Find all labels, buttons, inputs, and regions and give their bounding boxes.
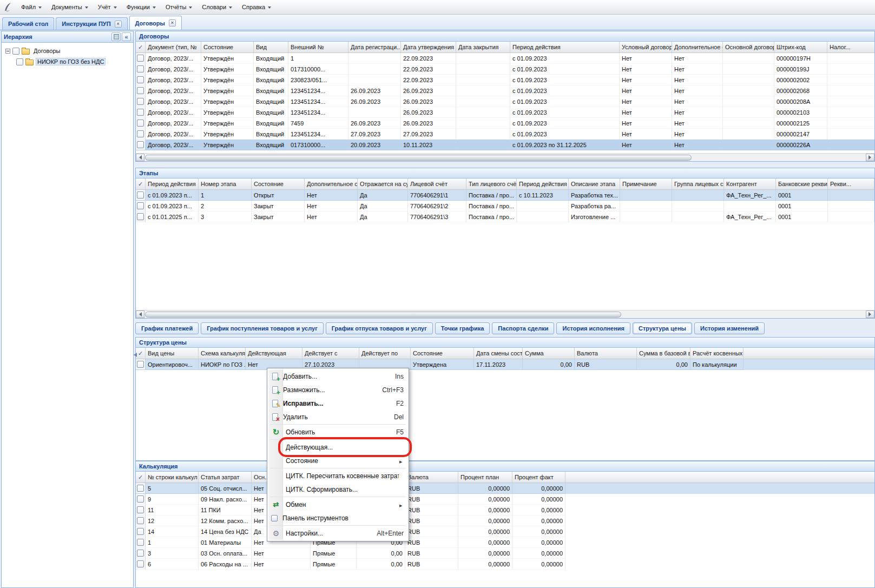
subtab[interactable]: График отпуска товаров и услуг <box>326 322 433 334</box>
table-row[interactable]: Договор, 2023/...УтверждёнВходящий230823… <box>136 75 874 85</box>
tab-desktop[interactable]: Рабочий стол <box>2 17 54 30</box>
row-checkbox[interactable] <box>137 361 144 368</box>
column-header[interactable]: Расчёт косвенных <box>690 348 744 359</box>
tree-item-niokr[interactable]: НИОКР по ГОЗ без НДС <box>3 56 131 67</box>
column-header[interactable]: Процент план <box>458 472 512 483</box>
subtab-active[interactable]: Структура цены <box>633 322 692 334</box>
table-row[interactable]: 101 МатериалыНетПрямые0,00RUB0,000000,00… <box>136 537 874 548</box>
table-row[interactable]: Ориентировоч...НИОКР по ГОЗ ...Нет27.10.… <box>136 359 874 370</box>
column-header[interactable]: Описание этапа <box>569 179 620 189</box>
menubar-item[interactable]: Отчёты <box>161 0 197 14</box>
column-header[interactable]: Схема калькуляци <box>199 348 246 359</box>
close-tab-icon[interactable] <box>115 21 122 28</box>
column-header[interactable]: Отражается на су <box>358 179 408 189</box>
hierarchy-view-icon[interactable] <box>111 32 121 41</box>
column-header[interactable]: Период действия <box>146 179 199 189</box>
column-header[interactable]: Период действия л <box>517 179 569 189</box>
column-header[interactable]: Сумма в базовой в <box>637 348 690 359</box>
column-header[interactable]: Вид цены <box>146 348 199 359</box>
tab-contracts[interactable]: Договоры <box>129 16 182 30</box>
column-header[interactable]: Тип лицевого счёт <box>466 179 517 189</box>
table-row[interactable]: 606 Расходы на ...НетПрямые0,00RUB0,0000… <box>136 559 874 570</box>
table-row[interactable]: с 01.09.2023 п...2ЗакрытНетДа7706406291\… <box>136 201 874 212</box>
table-row[interactable]: 1111 ПКИНетRUB0,000000,00000 <box>136 505 874 516</box>
row-checkbox[interactable] <box>137 98 144 105</box>
subtab[interactable]: История изменений <box>694 322 765 334</box>
row-checkbox[interactable] <box>137 109 144 116</box>
table-row[interactable]: Договор, 2023/...УтверждёнВходящий123451… <box>136 96 874 107</box>
table-row[interactable]: Договор, 2023/...УтверждёнВходящий123451… <box>136 129 874 140</box>
tree-item-contracts[interactable]: Договоры <box>3 45 131 56</box>
row-checkbox[interactable] <box>137 495 144 503</box>
table-row[interactable]: 505 Соц. отчисл...НетRUB0,000000,00000 <box>136 483 874 494</box>
table-row[interactable]: 909 Накл. расхо...НетRUB0,000000,00000 <box>136 494 874 505</box>
column-header[interactable]: Статья затрат <box>199 472 252 483</box>
column-header[interactable]: Налог... <box>827 42 874 52</box>
select-all-column-header[interactable]: ✓ <box>136 348 146 359</box>
column-header[interactable]: Банковские реквиз <box>776 179 828 189</box>
menubar-item[interactable]: Словари <box>197 0 237 14</box>
context-menu-item[interactable]: Размножить...Ctrl+F3 <box>268 383 407 397</box>
column-header[interactable]: Валюта <box>405 472 458 483</box>
table-row[interactable]: Договор, 2023/...УтверждёнВходящий017310… <box>136 140 874 150</box>
subtab[interactable]: Точки графика <box>435 322 490 334</box>
column-header[interactable]: Дополнительное с <box>672 42 723 52</box>
table-row[interactable]: 1414 Цена без НДСДаRUB0,000000,00000 <box>136 526 874 537</box>
context-menu-item[interactable]: ОбновитьF5 <box>268 425 407 439</box>
collapse-panel-icon[interactable] <box>122 32 131 41</box>
context-menu-item[interactable]: УдалитьDel <box>268 410 407 424</box>
context-menu-item[interactable]: Обмен <box>268 498 407 511</box>
context-menu-item[interactable]: Состояние <box>268 454 407 467</box>
menubar-item[interactable]: Документы <box>47 0 93 14</box>
row-checkbox[interactable] <box>137 55 144 62</box>
context-menu-item[interactable]: ЦИТК. Пересчитать косвенные затраты... <box>268 469 407 483</box>
table-row[interactable]: 1212 Комм. расхо...НетRUB0,000000,00000 <box>136 516 874 526</box>
checkbox[interactable] <box>16 58 23 65</box>
subtab[interactable]: График поступления товаров и услуг <box>201 322 323 334</box>
row-checkbox[interactable] <box>137 120 144 127</box>
close-tab-icon[interactable] <box>169 19 176 27</box>
table-row[interactable]: с 01.09.2023 п...1ОткрытНетДа7706406291\… <box>136 190 874 201</box>
column-header[interactable]: Основной договор <box>723 42 774 52</box>
context-menu-item[interactable]: Действующая... <box>268 440 407 454</box>
scrollbar-thumb[interactable] <box>145 155 692 161</box>
stages-hscrollbar[interactable] <box>136 310 874 318</box>
context-menu-item[interactable]: Панель инструментов <box>268 511 407 525</box>
table-row[interactable]: Договор, 2023/...УтверждёнВходящий745926… <box>136 118 874 129</box>
context-menu-item[interactable]: Исправить...F2 <box>268 397 407 410</box>
row-checkbox[interactable] <box>137 65 144 72</box>
row-checkbox[interactable] <box>137 141 144 148</box>
row-checkbox[interactable] <box>137 528 144 535</box>
row-checkbox[interactable] <box>137 506 144 513</box>
row-checkbox[interactable] <box>137 517 144 524</box>
column-header[interactable]: Группа лицевых сч <box>672 179 724 189</box>
subtab[interactable]: Паспорта сделки <box>492 322 554 334</box>
column-header[interactable]: № строки калькул <box>146 472 199 483</box>
column-header[interactable]: Контрагент <box>724 179 776 189</box>
collapse-node-icon[interactable] <box>5 49 10 54</box>
column-header[interactable]: Действует с <box>302 348 359 359</box>
tab-instructions[interactable]: Инструкции ПУП <box>56 17 127 30</box>
menubar-item[interactable]: Справка <box>237 0 276 14</box>
column-header[interactable]: Состояние <box>411 348 474 359</box>
scroll-right-icon[interactable] <box>866 154 874 161</box>
column-header[interactable]: Состояние <box>252 179 305 189</box>
row-checkbox[interactable] <box>137 76 144 83</box>
row-checkbox[interactable] <box>137 560 144 567</box>
column-header[interactable]: Штрих-код <box>774 42 827 52</box>
table-row[interactable]: 303 Осн. оплата...НетПрямые0,00RUB0,0000… <box>136 548 874 559</box>
select-all-column-header[interactable]: ✓ <box>136 179 146 189</box>
subtab[interactable]: График платежей <box>135 322 199 334</box>
menubar-item[interactable]: Функции <box>122 0 161 14</box>
row-checkbox[interactable] <box>137 191 144 199</box>
table-row[interactable]: Договор, 2023/...УтверждёнВходящий122.09… <box>136 53 874 64</box>
column-header[interactable]: Дата регистраци... <box>348 42 401 52</box>
select-all-column-header[interactable]: ✓ <box>136 472 146 483</box>
menubar-item[interactable]: Учёт <box>93 0 122 14</box>
column-header[interactable]: Процент факт <box>512 472 565 483</box>
column-header[interactable]: Вид <box>254 42 288 52</box>
contracts-hscrollbar[interactable] <box>136 153 874 161</box>
column-header[interactable]: Действующая <box>246 348 302 359</box>
row-checkbox[interactable] <box>137 539 144 546</box>
column-header[interactable]: Дата утверждения <box>401 42 456 52</box>
